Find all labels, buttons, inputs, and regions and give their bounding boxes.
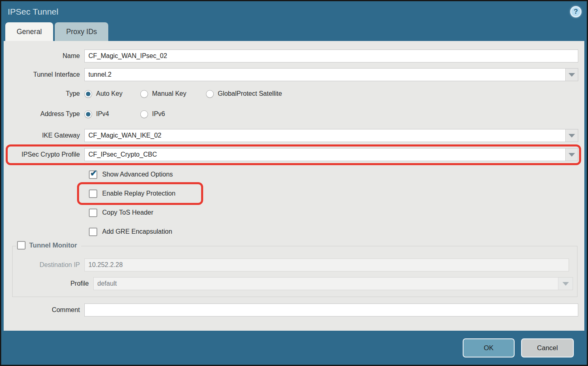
radio-icon[interactable] xyxy=(84,110,92,118)
radio-icon[interactable] xyxy=(140,110,148,118)
ipsec-tunnel-dialog: IPSec Tunnel ? General Proxy IDs Name Tu… xyxy=(0,0,588,366)
destination-ip-input xyxy=(84,258,569,271)
profile-row: Profile xyxy=(13,277,573,290)
ipsec-crypto-profile-label: IPSec Crypto Profile xyxy=(4,151,84,158)
type-label: Type xyxy=(4,90,84,97)
address-type-label: Address Type xyxy=(4,110,84,118)
add-gre-encapsulation-label: Add GRE Encapsulation xyxy=(102,228,172,235)
ipsec-crypto-profile-select[interactable] xyxy=(84,148,578,161)
radio-icon[interactable] xyxy=(140,90,148,98)
chevron-down-icon[interactable] xyxy=(565,149,578,161)
radio-globalprotect-satellite[interactable]: GlobalProtect Satellite xyxy=(206,90,282,98)
triangle-glyph xyxy=(569,134,575,138)
address-type-radio-group: IPv4 IPv6 xyxy=(84,110,196,118)
comment-row: Comment xyxy=(4,304,578,316)
radio-icon[interactable] xyxy=(84,90,92,98)
help-icon[interactable]: ? xyxy=(570,6,582,17)
tab-general[interactable]: General xyxy=(5,22,53,41)
show-advanced-options-label: Show Advanced Options xyxy=(102,171,173,178)
dialog-title: IPSec Tunnel xyxy=(8,7,58,17)
dialog-titlebar: IPSec Tunnel ? xyxy=(1,1,587,22)
chevron-down-icon[interactable] xyxy=(565,69,578,81)
tunnel-monitor-checkbox[interactable] xyxy=(17,241,26,250)
tab-proxy-ids[interactable]: Proxy IDs xyxy=(55,22,108,41)
chevron-down-icon[interactable] xyxy=(565,129,578,142)
triangle-glyph xyxy=(562,282,569,286)
radio-auto-key[interactable]: Auto Key xyxy=(84,90,140,98)
type-radio-group: Auto Key Manual Key GlobalProtect Satell… xyxy=(84,90,282,98)
radio-ipv6[interactable]: IPv6 xyxy=(140,110,196,118)
radio-manual-key[interactable]: Manual Key xyxy=(140,90,206,98)
name-label: Name xyxy=(4,52,84,60)
ok-button[interactable]: OK xyxy=(463,338,515,357)
profile-select xyxy=(93,277,573,290)
ipsec-crypto-profile-row: IPSec Crypto Profile xyxy=(4,148,578,161)
enable-replay-protection-checkbox[interactable] xyxy=(89,189,97,198)
tab-bar: General Proxy IDs xyxy=(1,22,587,41)
enable-replay-protection-label: Enable Replay Protection xyxy=(102,190,176,197)
destination-ip-label: Destination IP xyxy=(13,261,84,269)
tunnel-interface-label: Tunnel Interface xyxy=(4,71,84,78)
profile-label: Profile xyxy=(13,280,93,287)
general-tab-panel: Name Tunnel Interface Type Auto Key xyxy=(4,41,584,331)
address-type-row: Address Type IPv4 IPv6 xyxy=(4,109,578,119)
tunnel-interface-input[interactable] xyxy=(84,68,578,81)
destination-ip-row: Destination IP xyxy=(13,258,573,271)
copy-tos-header-row: Copy ToS Header xyxy=(4,207,578,219)
add-gre-encapsulation-checkbox[interactable] xyxy=(89,228,97,236)
show-advanced-options-checkbox[interactable] xyxy=(89,170,97,179)
ike-gateway-input[interactable] xyxy=(84,129,578,142)
profile-input xyxy=(93,277,573,290)
copy-tos-header-checkbox[interactable] xyxy=(89,209,97,217)
ike-gateway-select[interactable] xyxy=(84,129,578,142)
triangle-glyph xyxy=(569,153,575,157)
ike-gateway-row: IKE Gateway xyxy=(4,129,578,142)
chevron-down-icon xyxy=(558,278,573,290)
copy-tos-header-label: Copy ToS Header xyxy=(102,209,153,216)
ipsec-crypto-profile-input[interactable] xyxy=(84,148,578,161)
name-input[interactable] xyxy=(84,50,578,62)
comment-input[interactable] xyxy=(84,304,578,316)
triangle-glyph xyxy=(569,73,575,77)
enable-replay-protection-row: Enable Replay Protection xyxy=(4,187,578,200)
comment-label: Comment xyxy=(4,306,84,314)
type-row: Type Auto Key Manual Key GlobalProtect S… xyxy=(4,88,578,99)
tunnel-monitor-label: Tunnel Monitor xyxy=(29,241,77,249)
name-row: Name xyxy=(4,50,578,62)
show-advanced-options-row: Show Advanced Options xyxy=(4,168,578,181)
cancel-button[interactable]: Cancel xyxy=(521,338,574,357)
add-gre-encapsulation-row: Add GRE Encapsulation xyxy=(4,226,578,238)
radio-ipv4[interactable]: IPv4 xyxy=(84,110,140,118)
ike-gateway-label: IKE Gateway xyxy=(4,132,84,139)
tunnel-monitor-legend: Tunnel Monitor xyxy=(16,241,81,250)
tunnel-interface-select[interactable] xyxy=(84,68,578,81)
tunnel-interface-row: Tunnel Interface xyxy=(4,68,578,81)
radio-icon[interactable] xyxy=(206,90,214,98)
dialog-footer: OK Cancel xyxy=(1,331,587,365)
tunnel-monitor-fieldset: Tunnel Monitor Destination IP Profile xyxy=(12,246,577,297)
